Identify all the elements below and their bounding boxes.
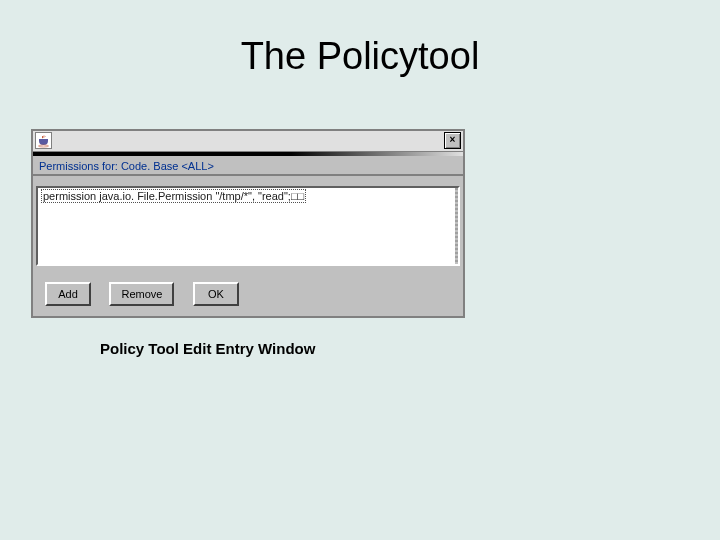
remove-button[interactable]: Remove [109, 282, 174, 306]
button-row: Add Remove OK [33, 270, 463, 316]
ok-button[interactable]: OK [193, 282, 239, 306]
slide-title: The Policytool [0, 35, 720, 78]
policytool-window: × Permissions for: Code. Base <ALL> perm… [32, 130, 464, 317]
close-icon[interactable]: × [444, 132, 461, 149]
permissions-list[interactable]: permission java.io. File.Permission "/tm… [36, 186, 460, 266]
title-bar: × [33, 131, 463, 152]
add-button[interactable]: Add [45, 282, 91, 306]
svg-point-0 [39, 145, 49, 147]
scrollbar-vertical[interactable] [455, 188, 458, 264]
permission-entry[interactable]: permission java.io. File.Permission "/tm… [41, 189, 306, 203]
figure-caption: Policy Tool Edit Entry Window [100, 340, 315, 357]
java-cup-icon [35, 132, 52, 149]
permissions-header: Permissions for: Code. Base <ALL> [33, 156, 463, 176]
